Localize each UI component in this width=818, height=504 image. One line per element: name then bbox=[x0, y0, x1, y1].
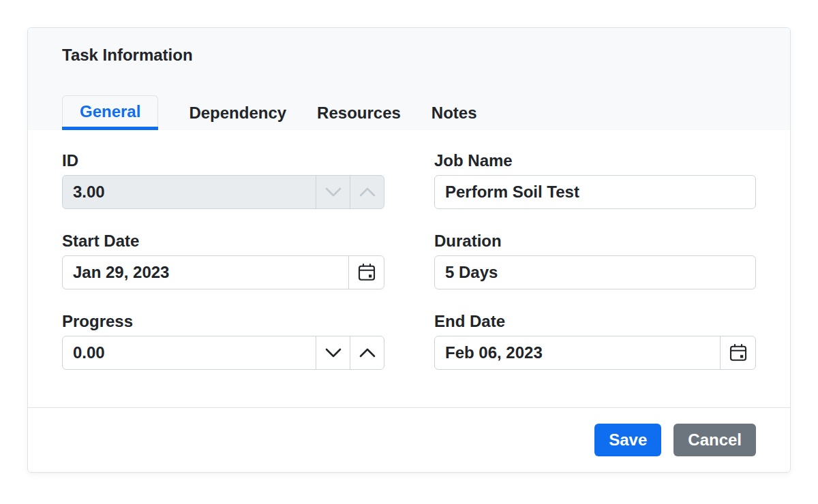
progress-input[interactable] bbox=[63, 336, 316, 369]
job-name-label: Job Name bbox=[434, 151, 756, 171]
job-name-control bbox=[434, 175, 756, 209]
tab-resources[interactable]: Resources bbox=[317, 95, 401, 130]
id-label: ID bbox=[62, 151, 384, 171]
start-date-control bbox=[62, 255, 384, 289]
task-information-dialog: Task Information General Dependency Reso… bbox=[27, 27, 791, 473]
tab-dependency[interactable]: Dependency bbox=[189, 95, 286, 130]
id-input bbox=[63, 176, 316, 208]
progress-decrement-button[interactable] bbox=[316, 336, 350, 369]
job-name-input[interactable] bbox=[435, 176, 755, 208]
tab-notes[interactable]: Notes bbox=[431, 95, 477, 130]
duration-input[interactable] bbox=[435, 256, 755, 289]
tab-resources-label: Resources bbox=[317, 104, 401, 123]
tab-general[interactable]: General bbox=[62, 95, 158, 130]
tab-general-label: General bbox=[80, 102, 140, 121]
calendar-icon bbox=[357, 262, 377, 283]
start-date-calendar-button[interactable] bbox=[348, 256, 384, 289]
end-date-input[interactable] bbox=[435, 336, 720, 369]
duration-control bbox=[434, 255, 756, 289]
chevron-up-icon bbox=[359, 187, 376, 197]
progress-increment-button[interactable] bbox=[350, 336, 384, 369]
tab-bar: General Dependency Resources Notes bbox=[62, 95, 477, 130]
id-decrement-button bbox=[316, 176, 350, 208]
dialog-header: Task Information General Dependency Reso… bbox=[28, 28, 790, 130]
chevron-down-icon bbox=[325, 348, 342, 358]
start-date-input[interactable] bbox=[63, 256, 348, 289]
progress-spinner bbox=[62, 336, 384, 370]
cancel-button[interactable]: Cancel bbox=[673, 424, 756, 456]
duration-label: Duration bbox=[434, 231, 756, 251]
chevron-up-icon bbox=[359, 348, 376, 358]
end-date-label: End Date bbox=[434, 311, 756, 332]
end-date-control bbox=[434, 336, 756, 370]
dialog-title: Task Information bbox=[62, 28, 756, 65]
field-duration: Duration bbox=[434, 231, 756, 289]
tab-dependency-label: Dependency bbox=[189, 104, 286, 123]
start-date-label: Start Date bbox=[62, 231, 384, 251]
field-id: ID bbox=[62, 151, 384, 209]
field-start-date: Start Date bbox=[62, 231, 384, 289]
field-progress: Progress bbox=[62, 311, 384, 370]
id-increment-button bbox=[350, 176, 384, 208]
progress-label: Progress bbox=[62, 311, 384, 332]
id-spinner bbox=[62, 175, 384, 209]
save-button[interactable]: Save bbox=[594, 424, 661, 456]
tab-notes-label: Notes bbox=[431, 104, 477, 123]
end-date-calendar-button[interactable] bbox=[720, 336, 755, 369]
calendar-icon bbox=[728, 343, 748, 363]
chevron-down-icon bbox=[325, 187, 342, 197]
dialog-footer: Save Cancel bbox=[28, 407, 790, 472]
dialog-body: ID Job Name Start Date bbox=[28, 130, 790, 407]
field-end-date: End Date bbox=[434, 311, 756, 370]
field-job-name: Job Name bbox=[434, 151, 756, 209]
